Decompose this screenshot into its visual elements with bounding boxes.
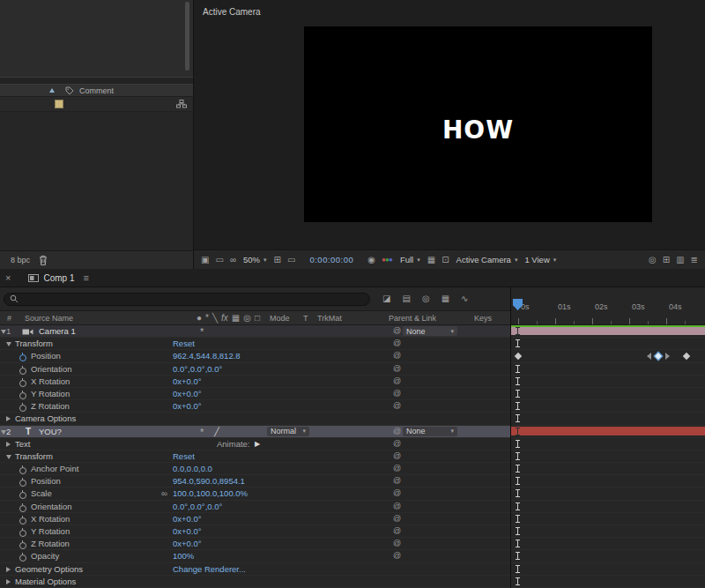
column-trkmat[interactable]: TrkMat bbox=[317, 314, 342, 323]
stopwatch-icon[interactable] bbox=[19, 465, 26, 473]
timeline-button-icon[interactable]: ▥ bbox=[676, 256, 684, 264]
parent-pickwhip-icon[interactable]: @ bbox=[393, 427, 401, 435]
always-preview-icon[interactable]: ▣ bbox=[201, 256, 209, 264]
frame-blend-icon[interactable]: ▦ bbox=[232, 314, 240, 323]
property-name[interactable]: Geometry Options bbox=[15, 564, 83, 574]
keyframe-icon[interactable] bbox=[515, 353, 522, 360]
stopwatch-icon[interactable] bbox=[19, 378, 26, 386]
keyframe-icon[interactable] bbox=[683, 353, 690, 360]
snapshot-icon[interactable]: ◉ bbox=[367, 256, 375, 264]
timeline-track-row[interactable] bbox=[511, 563, 705, 576]
property-row[interactable]: Position954.0,590.0,8954.1@ bbox=[0, 475, 510, 488]
column-source-name[interactable]: Source Name bbox=[25, 314, 73, 323]
property-group-row[interactable]: Geometry OptionsChange Renderer... bbox=[0, 563, 510, 576]
property-value[interactable]: 100.0,100.0,100.0% bbox=[173, 488, 248, 498]
property-row[interactable]: Y Rotation0x+0.0°@ bbox=[0, 525, 510, 538]
comment-column-header[interactable]: Comment bbox=[79, 86, 114, 95]
property-name[interactable]: Z Rotation bbox=[31, 539, 70, 548]
timeline-track-row[interactable] bbox=[511, 438, 705, 450]
column-mode[interactable]: Mode bbox=[270, 314, 290, 323]
property-group-row[interactable]: Camera Options bbox=[0, 413, 510, 425]
hide-shy-icon[interactable]: ◪ bbox=[382, 294, 390, 303]
flowchart-button-icon[interactable]: ≣ bbox=[691, 256, 698, 264]
property-value[interactable]: 0.0°,0.0°,0.0° bbox=[173, 364, 222, 374]
link-dimensions-icon[interactable]: ∞ bbox=[161, 488, 167, 498]
stopwatch-icon[interactable] bbox=[19, 478, 26, 486]
zoom-dropdown[interactable]: 50% bbox=[243, 255, 267, 264]
property-name[interactable]: Orientation bbox=[31, 502, 71, 511]
next-keyframe-arrow[interactable] bbox=[665, 353, 670, 360]
layer-name[interactable]: YOU? bbox=[39, 427, 62, 436]
property-row[interactable]: X Rotation0x+0.0°@ bbox=[0, 376, 510, 388]
timeline-track-row[interactable] bbox=[511, 363, 705, 376]
sort-arrow-icon[interactable] bbox=[49, 88, 55, 93]
timeline-track-row[interactable] bbox=[511, 376, 705, 388]
layer-row[interactable]: 1Camera 1*@None bbox=[0, 325, 510, 338]
timeline-track-row[interactable] bbox=[511, 525, 705, 538]
property-row[interactable]: Scale∞100.0,100.0,100.0%@ bbox=[0, 488, 510, 500]
property-value[interactable]: 0x+0.0° bbox=[173, 539, 202, 548]
property-row[interactable]: Orientation0.0°,0.0°,0.0°@ bbox=[0, 501, 510, 513]
stopwatch-icon[interactable] bbox=[19, 553, 26, 561]
prev-keyframe-arrow[interactable] bbox=[647, 353, 651, 360]
parent-pickwhip-icon[interactable]: @ bbox=[393, 389, 401, 398]
twirl-icon[interactable] bbox=[6, 455, 11, 459]
parent-pickwhip-icon[interactable]: @ bbox=[393, 376, 401, 385]
pixel-aspect-correction-icon[interactable]: ◎ bbox=[649, 256, 657, 264]
property-name[interactable]: Position bbox=[31, 351, 61, 361]
property-name[interactable]: Orientation bbox=[31, 364, 71, 374]
property-value[interactable]: 954.0,590.0,8954.1 bbox=[173, 476, 245, 486]
parent-pickwhip-icon[interactable]: @ bbox=[393, 539, 401, 547]
property-group-row[interactable]: TransformReset@ bbox=[0, 338, 510, 350]
guides-options-icon[interactable]: ⊡ bbox=[442, 256, 449, 264]
stopwatch-icon[interactable] bbox=[19, 516, 26, 524]
property-row[interactable]: Z Rotation0x+0.0°@ bbox=[0, 400, 510, 413]
parent-pickwhip-icon[interactable]: @ bbox=[393, 401, 401, 410]
property-name[interactable]: Z Rotation bbox=[31, 401, 70, 411]
stereo-glasses-icon[interactable]: ∞ bbox=[230, 256, 236, 264]
motion-blur-icon[interactable]: ◎ bbox=[243, 314, 251, 323]
parent-pickwhip-icon[interactable]: @ bbox=[393, 364, 401, 373]
property-value[interactable]: 0x+0.0° bbox=[173, 389, 202, 398]
timeline-track-row[interactable] bbox=[511, 325, 705, 338]
stopwatch-icon[interactable] bbox=[19, 366, 26, 374]
3d-layer-icon[interactable]: □ bbox=[255, 314, 260, 323]
stopwatch-icon[interactable] bbox=[19, 403, 26, 411]
stopwatch-icon[interactable] bbox=[19, 503, 26, 511]
property-row[interactable]: Y Rotation0x+0.0°@ bbox=[0, 388, 510, 400]
project-bit-depth[interactable]: 8 bpc bbox=[11, 256, 30, 264]
property-value[interactable]: Change Renderer... bbox=[173, 564, 246, 574]
graph-editor-icon[interactable]: ∿ bbox=[461, 294, 468, 303]
property-name[interactable]: Anchor Point bbox=[31, 464, 78, 473]
quality-icon[interactable]: ╲ bbox=[212, 314, 218, 323]
property-name[interactable]: Y Rotation bbox=[31, 526, 70, 536]
property-value[interactable]: 0x+0.0° bbox=[173, 514, 202, 524]
collapse-switch-icon[interactable]: * bbox=[200, 427, 204, 437]
stopwatch-icon[interactable] bbox=[19, 540, 26, 548]
project-item-row[interactable] bbox=[0, 97, 193, 112]
timeline-track-row[interactable] bbox=[511, 550, 705, 562]
property-name[interactable]: Opacity bbox=[31, 551, 59, 561]
property-row[interactable]: Anchor Point0.0,0.0,0.0@ bbox=[0, 463, 510, 475]
frame-blend-switch-icon[interactable]: ▤ bbox=[402, 294, 410, 303]
stopwatch-icon[interactable] bbox=[19, 528, 26, 536]
timeline-track-row[interactable] bbox=[511, 350, 705, 362]
parent-pickwhip-icon[interactable]: @ bbox=[393, 502, 401, 510]
stopwatch-icon[interactable] bbox=[19, 391, 26, 398]
timeline-track-row[interactable] bbox=[511, 338, 705, 350]
timeline-track-row[interactable] bbox=[511, 538, 705, 550]
layer-name[interactable]: Camera 1 bbox=[39, 326, 76, 336]
timecode[interactable]: 0:00:00:00 bbox=[309, 255, 353, 264]
property-name[interactable]: X Rotation bbox=[31, 376, 70, 386]
layer-row[interactable]: 2TYOU?*╱Normal@None bbox=[0, 426, 510, 438]
parent-pickwhip-icon[interactable]: @ bbox=[393, 514, 401, 523]
property-row[interactable]: X Rotation0x+0.0°@ bbox=[0, 513, 510, 525]
parent-pickwhip-icon[interactable]: @ bbox=[393, 439, 401, 448]
twirl-icon[interactable] bbox=[6, 567, 11, 572]
fx-icon[interactable]: fx bbox=[221, 314, 228, 323]
property-name[interactable]: Scale bbox=[31, 488, 52, 498]
scrollbar[interactable] bbox=[185, 2, 189, 71]
tab-comp-1[interactable]: Comp 1 bbox=[28, 273, 74, 283]
parent-pickwhip-icon[interactable]: @ bbox=[393, 526, 401, 535]
show-channel-icon[interactable]: ● bbox=[382, 257, 386, 264]
